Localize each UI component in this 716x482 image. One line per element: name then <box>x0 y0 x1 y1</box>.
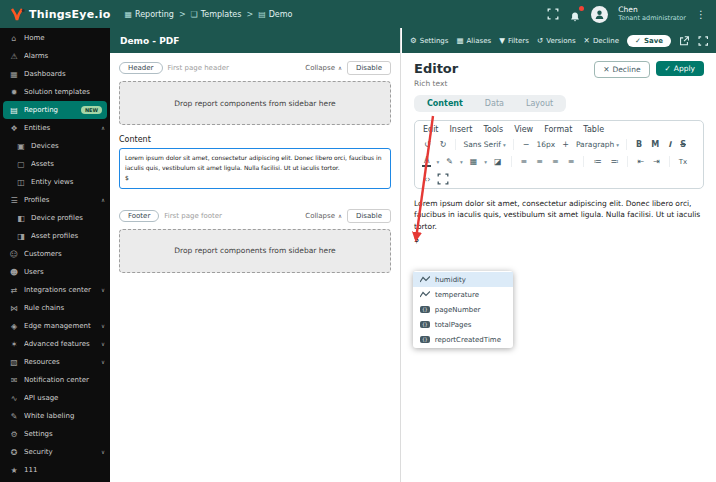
sidebar-item-advanced-features[interactable]: ✶Advanced features∨ <box>0 335 110 353</box>
sidebar-item-111[interactable]: ★111 <box>0 461 110 479</box>
settings-icon: ⚙ <box>9 430 19 439</box>
menu-table[interactable]: Table <box>583 125 604 134</box>
sidebar-item-customers[interactable]: ☺Customers <box>0 245 110 263</box>
rich-text-content[interactable]: Lorem ipsum dolor sit amet, consectetur … <box>414 198 704 232</box>
sidebar-item-settings[interactable]: ⚙Settings <box>0 425 110 443</box>
editor-fullscreen-icon[interactable] <box>437 173 449 185</box>
breadcrumb-item-demo[interactable]: ▤Demo <box>258 10 292 19</box>
save-button[interactable]: ✓ Save <box>627 35 671 47</box>
autocomplete-item-humidity[interactable]: humidity <box>413 272 513 287</box>
footer-collapse-button[interactable]: Collapse ∧ <box>305 212 342 220</box>
font-family-select[interactable]: Sans Serif ▾ <box>463 140 505 149</box>
content-rich-text-field[interactable]: Lorem ipsum dolor sit amet, consectetur … <box>119 148 391 189</box>
menu-tools[interactable]: Tools <box>483 125 503 134</box>
aliases-button[interactable]: ▦ Aliases <box>456 36 491 45</box>
timeseries-icon <box>420 276 430 283</box>
expand-panel-icon[interactable] <box>698 35 708 47</box>
header-collapse-button[interactable]: Collapse ∧ <box>305 64 342 72</box>
sidebar-item-profiles[interactable]: ☰Profiles∧ <box>0 191 110 209</box>
sidebar-item-integrations-center[interactable]: ⇄Integrations center∨ <box>0 281 110 299</box>
sidebar-item-solution-templates[interactable]: ✹Solution templates <box>0 83 110 101</box>
notifications-bell-icon[interactable] <box>569 8 581 20</box>
menu-format[interactable]: Format <box>544 125 572 134</box>
bold-button[interactable]: B <box>634 140 644 149</box>
avatar[interactable] <box>591 6 608 23</box>
header-chip[interactable]: Header <box>119 62 163 74</box>
sidebar-item-assets[interactable]: ▢Assets <box>0 155 110 173</box>
numbered-list-icon[interactable]: ≕ <box>608 157 620 166</box>
align-justify-icon[interactable]: ≡ <box>566 157 577 166</box>
sidebar-item-notification-center[interactable]: ✉Notification center <box>0 371 110 389</box>
app-logo[interactable]: ThingsEye.io <box>10 7 110 22</box>
autocomplete-item-totalPages[interactable]: {}totalPages <box>413 317 513 332</box>
undo-icon[interactable]: ↺ <box>422 140 433 149</box>
autocomplete-item-temperature[interactable]: temperature <box>413 287 513 302</box>
clear-formatting-icon[interactable]: Tx <box>677 158 689 166</box>
tab-data[interactable]: Data <box>474 96 515 111</box>
rich-text-cursor-line[interactable]: $ <box>414 235 704 244</box>
chevron-down-icon[interactable]: ▾ <box>436 159 439 165</box>
open-in-new-icon[interactable] <box>679 35 689 47</box>
sidebar-item-security[interactable]: ✪Security∨ <box>0 443 110 461</box>
sidebar-item-reporting[interactable]: ▤ReportingNEW <box>3 101 107 119</box>
italic-button[interactable]: I <box>666 140 673 149</box>
text-color-icon[interactable]: A <box>422 157 431 167</box>
sidebar-item-home[interactable]: ⌂Home <box>0 29 110 47</box>
breadcrumb-item-reporting[interactable]: ▦Reporting <box>124 10 173 19</box>
outdent-icon[interactable]: ⇤ <box>635 157 646 166</box>
menu-edit[interactable]: Edit <box>423 125 439 134</box>
sidebar-item-api-usage[interactable]: ∿API usage <box>0 389 110 407</box>
block-format-select[interactable]: Paragraph ▾ <box>576 140 619 149</box>
font-size-increase-icon[interactable]: + <box>560 140 571 149</box>
sidebar-item-devices[interactable]: ▣Devices <box>0 137 110 155</box>
insert-image-icon[interactable]: ◪ <box>492 157 504 166</box>
align-right-icon[interactable]: ≡ <box>550 157 561 166</box>
versions-button[interactable]: ↺ Versions <box>537 36 576 45</box>
font-size-value[interactable]: 16px <box>536 140 555 149</box>
menu-view[interactable]: View <box>514 125 533 134</box>
decline-header-button[interactable]: ✕ Decline <box>584 36 619 45</box>
redo-icon[interactable]: ↻ <box>438 140 449 149</box>
highlight-pen-icon[interactable]: ✎ <box>444 157 455 166</box>
kebab-menu-icon[interactable]: ⋮ <box>696 9 706 20</box>
menu-insert[interactable]: Insert <box>450 125 473 134</box>
source-code-icon[interactable]: ‹› <box>422 175 432 184</box>
indent-icon[interactable]: ⇥ <box>651 157 662 166</box>
settings-button[interactable]: ⚙ Settings <box>410 36 448 45</box>
sidebar-item-resources[interactable]: ▧Resources∨ <box>0 353 110 371</box>
footer-dropzone[interactable]: Drop report components from sidebar here <box>119 229 391 273</box>
align-center-icon[interactable]: ≡ <box>534 157 545 166</box>
autocomplete-item-pageNumber[interactable]: {}pageNumber <box>413 302 513 317</box>
header-disable-button[interactable]: Disable <box>347 61 391 75</box>
editor-decline-button[interactable]: ✕ Decline <box>594 61 649 78</box>
footer-disable-button[interactable]: Disable <box>347 209 391 223</box>
sidebar-item-device-profiles[interactable]: ◧Device profiles <box>0 209 110 227</box>
font-size-decrease-icon[interactable]: − <box>521 140 532 149</box>
breadcrumb-item-templates[interactable]: ❏Templates <box>191 10 242 19</box>
sidebar-item-white-labeling[interactable]: ✎White labeling <box>0 407 110 425</box>
merge-tag-button[interactable]: M <box>649 140 661 149</box>
header-dropzone[interactable]: Drop report components from sidebar here <box>119 81 391 125</box>
autocomplete-item-reportCreatedTime[interactable]: {}reportCreatedTime <box>413 332 513 347</box>
chevron-down-icon[interactable]: ▾ <box>460 159 463 165</box>
sidebar-item-entities[interactable]: ❖Entities∧ <box>0 119 110 137</box>
sidebar-item-dashboards[interactable]: ▦Dashboards <box>0 65 110 83</box>
filters-button[interactable]: ▼ Filters <box>499 36 529 45</box>
sidebar-item-edge-management[interactable]: ◈Edge management∨ <box>0 317 110 335</box>
footer-chip[interactable]: Footer <box>119 210 159 222</box>
strikethrough-button[interactable]: S <box>678 140 688 149</box>
chevron-down-icon[interactable]: ▾ <box>484 159 487 165</box>
sidebar-item-users[interactable]: ☻Users <box>0 263 110 281</box>
table-icon[interactable]: ▦ <box>468 157 480 166</box>
sidebar-item-alarms[interactable]: ⚠Alarms <box>0 47 110 65</box>
tab-content[interactable]: Content <box>416 96 474 111</box>
fullscreen-icon[interactable] <box>547 8 559 20</box>
user-info[interactable]: Chen Tenant administrator <box>618 6 686 22</box>
editor-apply-button[interactable]: ✓ Apply <box>656 61 704 76</box>
tab-layout[interactable]: Layout <box>515 96 564 111</box>
align-left-icon[interactable]: ≡ <box>519 157 530 166</box>
sidebar-item-rule-chains[interactable]: ⋈Rule chains <box>0 299 110 317</box>
sidebar-item-entity-views[interactable]: ◫Entity views <box>0 173 110 191</box>
bullet-list-icon[interactable]: ≔ <box>591 157 603 166</box>
sidebar-item-asset-profiles[interactable]: ◨Asset profiles <box>0 227 110 245</box>
